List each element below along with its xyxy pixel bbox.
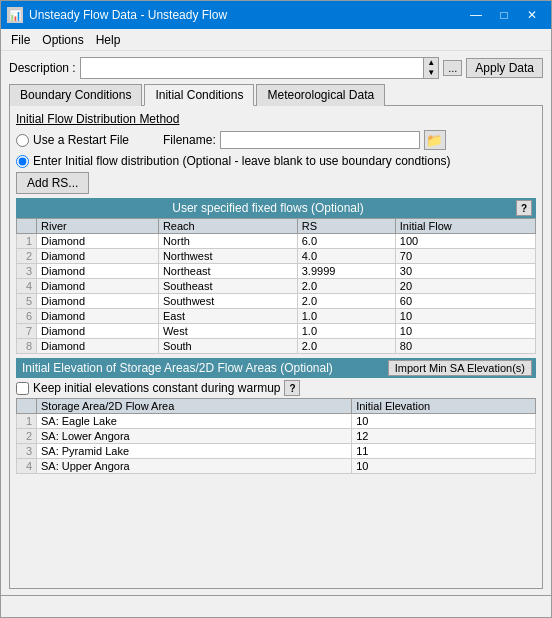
enter-flow-label: Enter Initial flow distribution (Optiona…	[33, 154, 451, 168]
initial-flow-section-label: Initial Flow Distribution Method	[16, 112, 536, 126]
reach-cell: Southwest	[158, 294, 297, 309]
fixed-flows-section: User specified fixed flows (Optional) ? …	[16, 198, 536, 354]
row-number: 1	[17, 234, 37, 249]
warmup-checkbox-row: Keep initial elevations constant during …	[16, 378, 536, 398]
sa-col-elevation-header: Initial Elevation	[352, 399, 536, 414]
area-cell: SA: Eagle Lake	[37, 414, 352, 429]
rs-cell: 2.0	[297, 339, 395, 354]
browse-file-button[interactable]: 📁	[424, 130, 446, 150]
spin-down-button[interactable]: ▼	[424, 68, 438, 78]
window-title: Unsteady Flow Data - Unsteady Flow	[29, 8, 227, 22]
elevation-cell: 11	[352, 444, 536, 459]
fixed-flow-row: 6 Diamond East 1.0 10	[17, 309, 536, 324]
storage-area-row: 1 SA: Eagle Lake 10	[17, 414, 536, 429]
col-initial-flow-header: Initial Flow	[395, 219, 535, 234]
rs-cell: 2.0	[297, 279, 395, 294]
menu-options[interactable]: Options	[36, 31, 89, 49]
rs-cell: 3.9999	[297, 264, 395, 279]
sa-col-area-header: Storage Area/2D Flow Area	[37, 399, 352, 414]
rs-cell: 4.0	[297, 249, 395, 264]
close-button[interactable]: ✕	[519, 5, 545, 25]
folder-icon: 📁	[426, 133, 443, 148]
flow-cell: 100	[395, 234, 535, 249]
sa-col-num-header	[17, 399, 37, 414]
rs-cell: 2.0	[297, 294, 395, 309]
tab-initial-conditions-content: Initial Flow Distribution Method Use a R…	[9, 106, 543, 589]
storage-area-row: 2 SA: Lower Angora 12	[17, 429, 536, 444]
fixed-flow-row: 5 Diamond Southwest 2.0 60	[17, 294, 536, 309]
fixed-flow-row: 3 Diamond Northeast 3.9999 30	[17, 264, 536, 279]
description-input[interactable]	[81, 58, 423, 78]
elevation-cell: 12	[352, 429, 536, 444]
elevation-cell: 10	[352, 459, 536, 474]
tab-wrapper: Boundary Conditions Initial Conditions M…	[9, 83, 543, 589]
warmup-help-button[interactable]: ?	[284, 380, 300, 396]
tab-boundary-conditions[interactable]: Boundary Conditions	[9, 84, 142, 106]
description-input-container: ▲ ▼	[80, 57, 439, 79]
storage-area-row: 3 SA: Pyramid Lake 11	[17, 444, 536, 459]
flow-cell: 80	[395, 339, 535, 354]
main-window: 📊 Unsteady Flow Data - Unsteady Flow — □…	[0, 0, 552, 618]
rs-cell: 6.0	[297, 234, 395, 249]
row-number: 6	[17, 309, 37, 324]
flow-cell: 20	[395, 279, 535, 294]
river-cell: Diamond	[37, 339, 159, 354]
menu-file[interactable]: File	[5, 31, 36, 49]
col-rs-header: RS	[297, 219, 395, 234]
apply-data-button[interactable]: Apply Data	[466, 58, 543, 78]
row-number: 4	[17, 279, 37, 294]
filename-input[interactable]	[220, 131, 420, 149]
river-cell: Diamond	[37, 309, 159, 324]
app-icon: 📊	[7, 7, 23, 23]
description-label: Description :	[9, 61, 76, 75]
minimize-button[interactable]: —	[463, 5, 489, 25]
enter-flow-radio[interactable]	[16, 155, 29, 168]
tabs-row: Boundary Conditions Initial Conditions M…	[9, 83, 543, 106]
reach-cell: North	[158, 234, 297, 249]
import-sa-elevation-button[interactable]: Import Min SA Elevation(s)	[388, 360, 532, 376]
fixed-flows-help-button[interactable]: ?	[516, 200, 532, 216]
fixed-flow-row: 8 Diamond South 2.0 80	[17, 339, 536, 354]
area-cell: SA: Pyramid Lake	[37, 444, 352, 459]
river-cell: Diamond	[37, 279, 159, 294]
fixed-flows-header: User specified fixed flows (Optional) ?	[16, 198, 536, 218]
fixed-flow-row: 7 Diamond West 1.0 10	[17, 324, 536, 339]
flow-cell: 30	[395, 264, 535, 279]
enter-flow-row: Enter Initial flow distribution (Optiona…	[16, 154, 536, 168]
rs-cell: 1.0	[297, 324, 395, 339]
reach-cell: West	[158, 324, 297, 339]
reach-cell: East	[158, 309, 297, 324]
restart-radio[interactable]	[16, 134, 29, 147]
add-rs-button[interactable]: Add RS...	[16, 172, 89, 194]
storage-areas-section: Initial Elevation of Storage Areas/2D Fl…	[16, 358, 536, 474]
river-cell: Diamond	[37, 234, 159, 249]
tab-initial-conditions[interactable]: Initial Conditions	[144, 84, 254, 106]
storage-areas-title: Initial Elevation of Storage Areas/2D Fl…	[20, 361, 388, 375]
fixed-flows-title: User specified fixed flows (Optional)	[20, 201, 516, 215]
maximize-button[interactable]: □	[491, 5, 517, 25]
flow-cell: 70	[395, 249, 535, 264]
area-cell: SA: Lower Angora	[37, 429, 352, 444]
col-reach-header: Reach	[158, 219, 297, 234]
elevation-cell: 10	[352, 414, 536, 429]
restart-label: Use a Restart File	[33, 133, 129, 147]
storage-areas-table: Storage Area/2D Flow Area Initial Elevat…	[16, 398, 536, 474]
reach-cell: Northwest	[158, 249, 297, 264]
rs-cell: 1.0	[297, 309, 395, 324]
reach-cell: South	[158, 339, 297, 354]
col-num-header	[17, 219, 37, 234]
warmup-label: Keep initial elevations constant during …	[33, 381, 280, 395]
row-number: 3	[17, 264, 37, 279]
fixed-flow-row: 2 Diamond Northwest 4.0 70	[17, 249, 536, 264]
area-cell: SA: Upper Angora	[37, 459, 352, 474]
title-bar: 📊 Unsteady Flow Data - Unsteady Flow — □…	[1, 1, 551, 29]
spin-up-button[interactable]: ▲	[424, 58, 438, 68]
browse-description-button[interactable]: ...	[443, 60, 462, 76]
warmup-checkbox[interactable]	[16, 382, 29, 395]
river-cell: Diamond	[37, 249, 159, 264]
menu-help[interactable]: Help	[90, 31, 127, 49]
row-number: 4	[17, 459, 37, 474]
tab-meteorological-data[interactable]: Meteorological Data	[256, 84, 385, 106]
row-number: 8	[17, 339, 37, 354]
flow-cell: 10	[395, 324, 535, 339]
